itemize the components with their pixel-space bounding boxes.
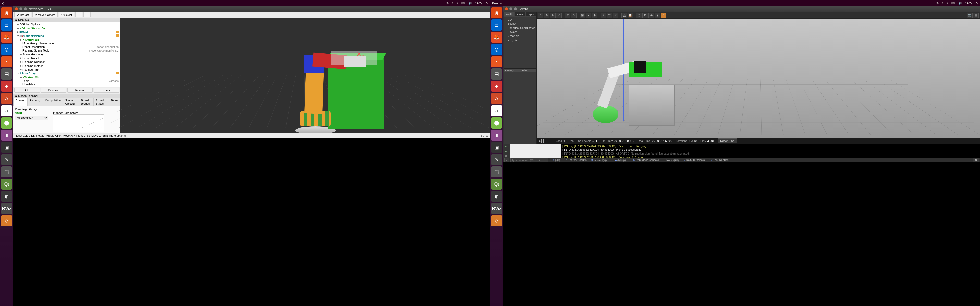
tree-scene[interactable]: Scene — [504, 22, 535, 26]
run-icon[interactable]: ▶ — [504, 145, 509, 149]
select-button[interactable]: ⬚Select — [59, 12, 75, 17]
bluetooth-icon[interactable]: ᛒ — [947, 2, 948, 5]
camera-icon[interactable]: 📷 — [967, 13, 973, 18]
light-point-icon[interactable]: ☀ — [600, 13, 606, 18]
launcher-dash-icon[interactable]: ◉ — [491, 7, 502, 18]
launcher-app-icon[interactable]: ✶ — [491, 56, 502, 67]
cog-icon[interactable]: ⟳ — [661, 13, 667, 18]
tab-planning[interactable]: Planning — [27, 98, 43, 106]
launcher-dash-icon[interactable]: ◉ — [1, 7, 12, 18]
tree-mp-status[interactable]: Status: Ok — [25, 38, 120, 41]
launcher-amazon-icon[interactable]: a — [491, 105, 502, 116]
tree-spherical[interactable]: Spherical Coordinates — [504, 26, 535, 30]
tab-context[interactable]: Context — [13, 98, 27, 106]
ide-tab-issues[interactable]: 1问题 — [551, 158, 563, 162]
tree-gui[interactable]: GUI — [504, 17, 535, 22]
launcher-app-icon[interactable]: ◆ — [491, 81, 502, 92]
launcher-qt-icon[interactable]: Qt — [491, 179, 502, 190]
add-button[interactable]: Add — [14, 88, 40, 93]
launcher-app-icon[interactable]: ◆ — [1, 81, 12, 92]
duplicate-button[interactable]: Duplicate — [41, 88, 66, 93]
launcher-terminal-icon[interactable]: ▣ — [1, 142, 12, 153]
build-icon[interactable]: ⚒ — [504, 154, 509, 158]
launcher-app-icon[interactable]: ◇ — [491, 215, 502, 227]
clock[interactable]: 14:27 — [475, 2, 482, 5]
reset-time-button[interactable]: Reset Time — [718, 138, 737, 143]
launcher-files-icon[interactable]: 🗀 — [491, 19, 502, 30]
step-icon[interactable]: ⏭ — [549, 139, 551, 142]
ide-close-icon[interactable]: ✕ — [973, 158, 979, 162]
ide-tab-test[interactable]: 10Test Results — [707, 158, 730, 162]
launcher-qt-icon[interactable]: Qt — [1, 179, 12, 190]
run-icon[interactable]: ▶ — [504, 150, 509, 154]
terminal-output[interactable]: [ WARN] [1514269594.624896, 62.733000]: … — [561, 144, 980, 158]
ide-tab-compile[interactable]: 4编译输出 — [613, 158, 631, 162]
rotate-icon[interactable]: ↻ — [550, 13, 555, 18]
tree-robot-desc[interactable]: Robot Description — [22, 45, 97, 48]
tab-insert[interactable]: Insert — [514, 12, 525, 17]
tree-scene-geometry[interactable]: Scene Geometry — [22, 53, 120, 56]
tab-manipulation[interactable]: Manipulation — [43, 98, 63, 106]
planner-select[interactable]: <unspecified> — [15, 116, 48, 120]
tree-models[interactable]: ▸ Models — [504, 34, 535, 38]
align-icon[interactable]: ⊞ — [642, 13, 648, 18]
launcher-chromium-icon[interactable]: ◎ — [1, 44, 12, 55]
tree-scene-robot[interactable]: Scene Robot — [22, 57, 120, 60]
arrow-icon[interactable]: ↖ — [538, 13, 543, 18]
launcher-app-icon[interactable]: ◐ — [491, 191, 502, 202]
tree-planned-path[interactable]: Planned Path — [22, 68, 120, 71]
move-icon[interactable]: ✥ — [544, 13, 549, 18]
tree-physics[interactable]: Physics — [504, 30, 535, 34]
log-icon[interactable]: ▤ — [973, 13, 979, 18]
wifi-icon[interactable]: ⌔ — [452, 2, 453, 5]
input-icon[interactable]: ⌨ — [951, 2, 956, 5]
close-icon[interactable] — [505, 7, 508, 11]
launcher-chromium-icon[interactable]: ◎ — [491, 44, 502, 55]
move-camera-button[interactable]: ✥Move Camera — [32, 12, 58, 17]
minimize-icon[interactable] — [19, 7, 22, 11]
redo-icon[interactable]: ↷ — [571, 13, 576, 18]
launcher-app-icon[interactable]: ⬤ — [491, 117, 502, 128]
world-tree[interactable]: GUI Scene Spherical Coordinates Physics … — [504, 17, 536, 44]
launcher-app-icon[interactable]: ⬚ — [1, 166, 12, 178]
gear-icon[interactable]: ⚙ — [975, 2, 978, 5]
tree-pose-status[interactable]: Status: Ok — [25, 76, 120, 79]
sound-icon[interactable]: 🔊 — [959, 2, 962, 5]
copy-icon[interactable]: ⿻ — [621, 13, 627, 18]
launcher-eclipse-icon[interactable]: ◖ — [491, 130, 502, 141]
launcher-app-icon[interactable]: ⬚ — [491, 166, 502, 178]
launcher-eclipse-icon[interactable]: ◖ — [1, 130, 12, 141]
tree-planning-request[interactable]: Planning Request — [22, 60, 120, 63]
sound-icon[interactable]: 🔊 — [469, 2, 472, 5]
launcher-terminal-icon[interactable]: ▣ — [491, 142, 502, 153]
displays-tree[interactable]: ▸⚙Global Options ▸✔Global Status: Ok ▸▦G… — [13, 22, 120, 87]
launcher-app-icon[interactable]: ⬤ — [1, 117, 12, 128]
launcher-app-icon[interactable]: ▤ — [1, 68, 12, 79]
launcher-app-icon[interactable]: ◐ — [1, 191, 12, 202]
remove-button[interactable]: Remove — [67, 88, 93, 93]
clock[interactable]: 14:27 — [965, 2, 972, 5]
cylinder-icon[interactable]: ⬮ — [592, 13, 597, 18]
tree-motionplanning[interactable]: MotionPlanning — [23, 35, 116, 38]
launcher-app-icon[interactable]: ✎ — [491, 154, 502, 165]
locate-icon[interactable]: ⌖ — [504, 158, 509, 162]
interact-button[interactable]: ⊕Interact — [14, 12, 32, 17]
light-spot-icon[interactable]: ▽ — [607, 13, 612, 18]
minimize-icon[interactable] — [509, 7, 512, 11]
close-icon[interactable] — [15, 7, 18, 11]
tab-stored-scenes[interactable]: Stored Scenes — [78, 98, 94, 106]
launcher-app-icon[interactable]: ▤ — [491, 68, 502, 79]
joint-icon[interactable]: ⚲ — [655, 13, 660, 18]
wifi-icon[interactable]: ⌔ — [942, 2, 943, 5]
tree-planning-metrics[interactable]: Planning Metrics — [22, 64, 120, 67]
window-titlebar[interactable]: moveit.rviz* - RViz — [13, 6, 490, 12]
tree-global-status[interactable]: Global Status: Ok — [22, 27, 120, 30]
ide-tab-todo[interactable]: 6To-Do事项 — [662, 158, 681, 162]
tree-posearray[interactable]: PoseArray — [22, 72, 116, 75]
launcher-software-icon[interactable]: A — [491, 93, 502, 104]
launcher-firefox-icon[interactable]: 🦊 — [1, 32, 12, 43]
tree-planning-scene-topic[interactable]: Planning Scene Topic — [22, 49, 89, 52]
network-icon[interactable]: ⇅ — [446, 2, 449, 5]
launcher-app-icon[interactable]: ✎ — [1, 154, 12, 165]
network-icon[interactable]: ⇅ — [936, 2, 939, 5]
